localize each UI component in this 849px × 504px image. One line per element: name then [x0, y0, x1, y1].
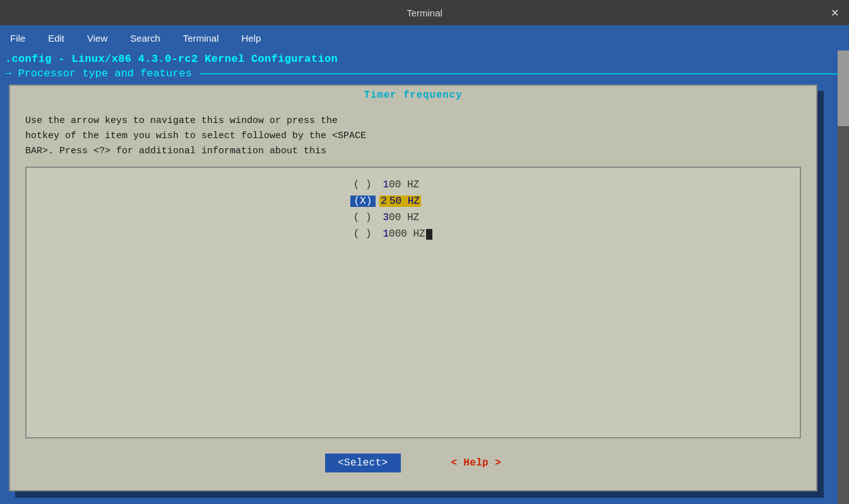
window-title: Terminal — [407, 8, 442, 18]
cursor-block — [426, 229, 432, 240]
menu-help[interactable]: Help — [237, 30, 266, 46]
menu-bar: File Edit View Search Terminal Help — [0, 25, 849, 50]
radio-100hz: ( ) — [350, 179, 376, 190]
dialog-title-text: Timer frequency — [364, 90, 462, 101]
radio-250hz-selected: (X) — [350, 196, 376, 207]
option-100hz-hotkey: 1 — [383, 179, 389, 190]
radio-1000hz: ( ) — [350, 228, 376, 240]
scrollbar[interactable] — [838, 50, 849, 504]
close-button[interactable]: ✕ — [831, 7, 839, 19]
breadcrumb-path-text: → Processor type and features — [5, 67, 192, 79]
option-300hz-label: 00 HZ — [389, 212, 419, 223]
scrollbar-thumb[interactable] — [838, 50, 849, 126]
help-button[interactable]: < Help > — [451, 457, 501, 469]
desc-line1: Use the arrow keys to navigate this wind… — [25, 114, 801, 129]
menu-terminal[interactable]: Terminal — [178, 30, 224, 46]
option-100hz-label: 00 HZ — [389, 179, 419, 190]
option-1000hz[interactable]: ( ) 1 000 HZ — [350, 227, 477, 241]
menu-view[interactable]: View — [82, 30, 112, 46]
option-100hz[interactable]: ( ) 1 00 HZ — [350, 178, 477, 192]
select-button[interactable]: <Select> — [325, 454, 400, 472]
spacer — [376, 179, 383, 190]
breadcrumb-path: → Processor type and features — [0, 66, 849, 85]
breadcrumb-separator — [199, 73, 844, 74]
terminal-window: Terminal ✕ File Edit View Search Termina… — [0, 0, 849, 504]
option-1000hz-label: 000 HZ — [389, 228, 425, 240]
menu-file[interactable]: File — [5, 30, 30, 46]
option-300hz[interactable]: ( ) 3 00 HZ — [350, 211, 477, 225]
breadcrumb-config: .config - Linux/x86 4.3.0-rc2 Kernel Con… — [0, 50, 849, 66]
spacer — [376, 212, 383, 223]
dialog-title: Timer frequency — [9, 85, 817, 103]
options-area: ( ) 1 00 HZ (X) 2 50 HZ ( ) — [25, 167, 801, 438]
spacer — [376, 228, 383, 240]
menu-search[interactable]: Search — [125, 30, 165, 46]
config-text: .config - Linux/x86 4.3.0-rc2 Kernel Con… — [5, 53, 338, 65]
menu-edit[interactable]: Edit — [43, 30, 69, 46]
dialog-description: Use the arrow keys to navigate this wind… — [25, 114, 801, 159]
desc-line2: hotkey of the item you wish to select fo… — [25, 129, 801, 144]
title-bar: Terminal ✕ — [0, 0, 849, 25]
desc-line3: BAR>. Press <?> for additional informati… — [25, 144, 801, 159]
dialog-body: Use the arrow keys to navigate this wind… — [9, 103, 817, 491]
terminal-content: .config - Linux/x86 4.3.0-rc2 Kernel Con… — [0, 50, 849, 504]
buttons-row: <Select> < Help > — [25, 448, 801, 480]
option-1000hz-hotkey: 1 — [383, 228, 389, 240]
option-250hz-hotkey: 2 — [379, 196, 388, 207]
option-300hz-hotkey: 3 — [383, 212, 389, 223]
option-250hz[interactable]: (X) 2 50 HZ — [350, 194, 477, 208]
option-250hz-label: 50 HZ — [388, 196, 421, 207]
radio-300hz: ( ) — [350, 212, 376, 223]
